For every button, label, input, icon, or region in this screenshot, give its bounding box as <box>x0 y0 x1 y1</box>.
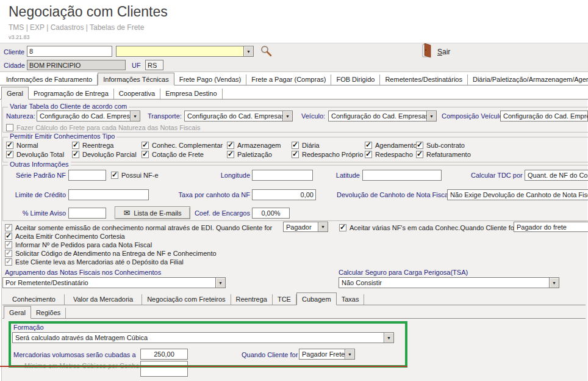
seguro-carga-perigosa-select[interactable]: Não Consistir ▼ <box>339 277 559 288</box>
checkbox-label: Refaturamento <box>426 151 471 158</box>
checkbox-devolucao-parcial[interactable]: Devolução Parcial <box>72 150 137 159</box>
checkbox-mark <box>292 142 299 149</box>
checkbox-label: Possui NF-e <box>121 172 159 179</box>
limite-aviso-input[interactable] <box>68 208 106 219</box>
checkbox-paletizacao[interactable]: Paletização <box>227 150 272 159</box>
checkbox-mark <box>142 151 149 158</box>
longitude-input[interactable] <box>252 170 313 181</box>
natureza-select[interactable]: Configuração do Cad. Empresas ▼ <box>37 111 140 122</box>
calcular-tdc-select[interactable]: Quant. de NF do Con <box>525 170 588 181</box>
checkbox-sub-contrato[interactable]: Sub-contrato <box>416 141 465 150</box>
tab-empresa-destino[interactable]: Empresa Destino <box>160 89 222 99</box>
agrupamento-select[interactable]: Por Remetente/Destinatário ▼ <box>2 277 226 288</box>
tab-cooperativa[interactable]: Cooperativa <box>114 89 160 99</box>
tab-frete-a-pagar-compras[interactable]: Frete a Pagar (Compras) <box>246 74 331 85</box>
envelope-icon: ✉ <box>123 208 130 217</box>
tab-conhecimento[interactable]: Conhecimento <box>4 294 65 305</box>
agrupamento-value: Por Remetente/Destinatário <box>3 278 215 288</box>
cidade-input[interactable] <box>27 60 126 70</box>
checkbox-reentrega[interactable]: Reentrega <box>72 141 113 150</box>
checkbox-mark <box>416 151 423 158</box>
uf-input[interactable] <box>145 60 163 70</box>
lista-emails-button[interactable]: ✉ Lista de E-mails <box>115 206 190 219</box>
limite-credito-label: Limite de Crédito <box>4 191 66 198</box>
minimo-metros-cubicos-input[interactable] <box>140 361 188 377</box>
devolucao-canhoto-select[interactable]: Não Exige Devolução de Canhoto de Nota F… <box>447 189 588 200</box>
serie-padrao-nf-input[interactable] <box>68 170 106 181</box>
composicao-veiculo-select[interactable]: Configuração do Cad. Empresas ▼ <box>500 111 588 122</box>
checkbox-cortesia[interactable]: Aceita Emitir Conhecimento Cortesia <box>5 232 125 241</box>
checkbox-normal[interactable]: Normal <box>6 141 38 150</box>
checkbox-redespacho[interactable]: Redespacho <box>365 150 413 159</box>
checkbox-edi[interactable]: Aceitar somente emissão de conhecimento … <box>5 223 272 232</box>
tab-tce[interactable]: TCE <box>273 294 296 305</box>
tab-frete-pago-vendas[interactable]: Frete Pago (Vendas) <box>174 74 247 85</box>
checkbox-varias-nfs[interactable]: Aceitar várias NF's em cada Conhec.Quand… <box>339 223 517 232</box>
tab-informacoes-tecnicas[interactable]: Informações Técnicas <box>98 73 174 85</box>
checkbox-refaturamento[interactable]: Refaturamento <box>416 150 471 159</box>
cliente-label: Cliente <box>4 48 24 56</box>
checkbox-label: Agendamento <box>375 142 417 149</box>
checkbox-armazenagem[interactable]: Armazenagem <box>227 141 281 150</box>
chevron-down-icon: ▼ <box>282 111 292 121</box>
checkbox-conhec-complementar[interactable]: Conhec. Complementar <box>142 141 223 150</box>
cidade-label: Cidade <box>4 62 25 69</box>
checkbox-diaria[interactable]: Diária <box>292 141 320 150</box>
natureza-label: Natureza: <box>6 112 35 120</box>
formacao-select[interactable]: Será calculado através da Metragem Cúbic… <box>12 332 394 343</box>
tab-reentrega[interactable]: Reentrega <box>231 294 273 305</box>
inner-sub-tabstrip: Geral Regiões <box>2 305 586 319</box>
checkbox-mark <box>72 142 79 149</box>
checkbox-pedidos[interactable]: Informar Nº de Pedidos para cada Nota Fi… <box>5 241 152 249</box>
tab-valor-da-mercadoria[interactable]: Valor da Mercadoria <box>65 294 142 305</box>
exit-door-icon[interactable] <box>421 43 432 58</box>
tab-cubagem[interactable]: Cubagem <box>296 292 337 305</box>
checkbox-atendimento[interactable]: Solicitar Código de Atendimento na Entre… <box>5 249 217 258</box>
tab-remetentes-destinatarios[interactable]: Remetentes/Destinatários <box>380 74 468 85</box>
tab-informacoes-de-faturamento[interactable]: Informações de Faturamento <box>1 74 98 85</box>
breadcrumb: TMS | EXP | Cadastros | Tabelas de Frete <box>9 23 144 32</box>
tab-cubagem-regioes[interactable]: Regiões <box>31 308 66 318</box>
checkbox-mark <box>72 151 79 158</box>
agrupamento-label: Agrupamento das Notas Fiscais nos Conhec… <box>5 269 161 276</box>
checkbox-devolucao-total[interactable]: Devolução Total <box>6 150 64 159</box>
latitude-input[interactable] <box>362 170 442 181</box>
tab-fob-dirigido[interactable]: FOB Dirigido <box>331 74 380 85</box>
tab-negociacao-com-freteiros[interactable]: Negociação com Freteiros <box>142 294 231 305</box>
checkbox-redespacho-proprio[interactable]: Redespacho Próprio <box>292 150 363 159</box>
edi-quando-select[interactable]: Pagador ▼ <box>283 222 328 232</box>
taxa-canhoto-input[interactable] <box>252 189 316 200</box>
quando-cliente-label: Quando Cliente for <box>242 351 298 358</box>
varias-nfs-quando-value: Pagador do frete <box>514 222 588 231</box>
veiculo-select[interactable]: Configuração do Cad. Empresas ▼ <box>328 111 437 122</box>
checkbox-possui-nfe[interactable]: Possui NF-e <box>111 171 159 180</box>
transporte-select[interactable]: Configuração do Cad. Empresas ▼ <box>184 111 293 122</box>
tab-taxas[interactable]: Taxas <box>337 294 365 305</box>
search-icon[interactable] <box>260 45 272 57</box>
checkbox-cotacao-de-frete[interactable]: Cotação de Frete <box>142 150 204 159</box>
sair-button[interactable]: Sair <box>437 48 450 56</box>
checkbox-label: Informar Nº de Pedidos para cada Nota Fi… <box>15 241 152 249</box>
quando-cliente-select[interactable]: Pagador Frete ▼ <box>299 349 355 360</box>
cliente-search-select[interactable]: ▼ <box>116 46 254 57</box>
sair-label-rest: air <box>442 48 450 56</box>
sub-tabstrip: Geral Programação de Entrega Cooperativa… <box>0 86 588 100</box>
checkbox-fazer-calculo-frete[interactable]: Fazer Cálculo do Frete para cada Naturez… <box>6 123 200 132</box>
coef-encargos-input[interactable] <box>252 208 290 219</box>
tab-diaria-paletizacao-armazenagem-agendamento[interactable]: Diária/Paletização/Armazenagem/Agendamen… <box>468 74 588 85</box>
checkbox-label: Reentrega <box>82 142 113 149</box>
checkbox-deposito[interactable]: Este Cliente leva as Mercadorias até o D… <box>5 258 184 266</box>
checkbox-label: Este Cliente leva as Mercadorias até o D… <box>15 258 184 266</box>
formacao-value: Será calculado através da Metragem Cúbic… <box>13 333 384 343</box>
tab-programacao-de-entrega[interactable]: Programação de Entrega <box>29 89 114 99</box>
varias-nfs-quando-select[interactable]: Pagador do frete <box>514 222 588 232</box>
tab-geral[interactable]: Geral <box>1 87 29 100</box>
mercadorias-cubadas-input[interactable] <box>140 349 188 360</box>
uf-label: UF <box>132 62 141 69</box>
checkbox-agendamento[interactable]: Agendamento <box>365 141 417 150</box>
tab-cubagem-geral[interactable]: Geral <box>4 306 31 319</box>
cliente-code-input[interactable] <box>27 46 112 57</box>
limite-credito-input[interactable] <box>68 189 149 200</box>
quando-cliente-value: Pagador Frete <box>299 349 345 359</box>
mercadorias-cubadas-label: Mercadorias volumosas serão cubadas a <box>13 351 136 358</box>
